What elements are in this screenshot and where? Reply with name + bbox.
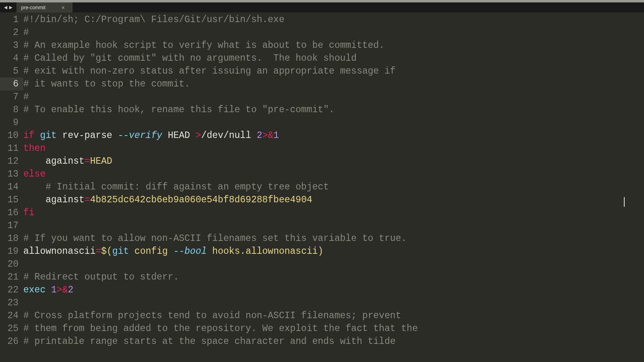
token: git: [40, 130, 56, 141]
text-cursor: [624, 197, 625, 207]
code-line[interactable]: allownonascii=$(git config --bool hooks.…: [23, 245, 644, 258]
token: if: [23, 130, 35, 141]
line-number: 11: [0, 142, 19, 155]
line-number: 20: [0, 258, 19, 271]
token: 4b825dc642cb6eb9a060e54bf8d69288fbee4904: [90, 195, 312, 205]
code-line[interactable]: [23, 219, 644, 232]
token: --verify: [118, 130, 162, 141]
token: # Cross platform projects tend to avoid …: [23, 311, 401, 321]
token: # Redirect output to stderr.: [23, 272, 179, 282]
token: exec: [23, 285, 45, 295]
code-line[interactable]: exec 1>&2: [23, 284, 644, 296]
code-line[interactable]: # printable range starts at the space ch…: [23, 335, 644, 348]
code-line[interactable]: # exit with non-zero status after issuin…: [23, 65, 644, 78]
token: =: [85, 156, 90, 167]
line-number: 12: [0, 155, 19, 168]
code-line[interactable]: # To enable this hook, rename this file …: [23, 103, 644, 116]
line-number: 24: [0, 309, 19, 322]
code-line[interactable]: against=HEAD: [23, 155, 644, 168]
line-number: 18: [0, 232, 19, 245]
nav-back-icon[interactable]: ◄: [4, 4, 7, 11]
line-number: 22: [0, 284, 19, 296]
code-line[interactable]: then: [23, 142, 644, 155]
code-line[interactable]: # them from being added to the repositor…: [23, 322, 644, 335]
code-line[interactable]: [23, 296, 644, 309]
code-line[interactable]: #: [23, 90, 644, 103]
line-number: 6: [0, 78, 23, 90]
gutter: 1234567891011121314151617181920212223242…: [0, 12, 23, 362]
token: >&: [262, 130, 274, 141]
code-line[interactable]: [23, 116, 644, 129]
token: HEAD: [90, 156, 112, 167]
code-line[interactable]: else: [23, 168, 644, 181]
code-line[interactable]: # Initial commit: diff against an empty …: [23, 181, 644, 193]
code-line[interactable]: # Cross platform projects tend to avoid …: [23, 309, 644, 322]
code-area[interactable]: #!/bin/sh; C:/Program\ Files/Git/usr/bin…: [23, 12, 644, 362]
editor[interactable]: 1234567891011121314151617181920212223242…: [0, 12, 644, 362]
token: =: [85, 195, 90, 205]
token: # Called by "git commit" with no argumen…: [23, 53, 357, 64]
line-number: 26: [0, 335, 19, 348]
code-line[interactable]: if git rev-parse --verify HEAD >/dev/nul…: [23, 129, 644, 142]
line-number: 9: [0, 116, 19, 129]
code-line[interactable]: fi: [23, 206, 644, 219]
token: >: [196, 130, 201, 141]
line-number: 2: [0, 26, 19, 39]
token: against: [23, 156, 85, 167]
code-line[interactable]: # Redirect output to stderr.: [23, 271, 644, 284]
line-number: 4: [0, 52, 19, 65]
token: # exit with non-zero status after issuin…: [23, 66, 396, 76]
token: [45, 285, 51, 295]
token: hooks.allownonascii): [207, 246, 324, 257]
token: 1: [51, 285, 57, 295]
line-number: 13: [0, 168, 19, 181]
token: /dev/null: [201, 130, 257, 141]
code-line[interactable]: against=4b825dc642cb6eb9a060e54bf8d69288…: [23, 193, 644, 206]
token: # Initial commit: diff against an empty …: [45, 182, 329, 192]
token: against: [23, 195, 85, 205]
token: #: [23, 92, 29, 102]
token: # them from being added to the repositor…: [23, 323, 418, 334]
tab-pre-commit[interactable]: pre-commit ×: [17, 2, 73, 12]
code-line[interactable]: # If you want to allow non-ASCII filenam…: [23, 232, 644, 245]
token: 2: [68, 285, 73, 295]
line-number: 25: [0, 322, 19, 335]
token: >&: [57, 285, 68, 295]
code-line[interactable]: # it wants to stop the commit.: [23, 78, 644, 90]
line-number: 8: [0, 103, 19, 116]
token: # If you want to allow non-ASCII filenam…: [23, 233, 407, 244]
token: rev-parse: [57, 130, 118, 141]
token: =: [95, 246, 101, 257]
token: git: [112, 246, 129, 257]
line-number: 23: [0, 296, 19, 309]
code-line[interactable]: #!/bin/sh; C:/Program\ Files/Git/usr/bin…: [23, 13, 644, 26]
line-number: 5: [0, 65, 19, 78]
token: $(: [101, 246, 112, 257]
line-number: 21: [0, 271, 19, 284]
close-icon[interactable]: ×: [62, 5, 65, 10]
token: # An example hook script to verify what …: [23, 40, 384, 51]
code-line[interactable]: [23, 258, 644, 271]
code-line[interactable]: # An example hook script to verify what …: [23, 39, 644, 52]
line-number: 10: [0, 129, 19, 142]
line-number: 15: [0, 193, 19, 206]
token: # printable range starts at the space ch…: [23, 336, 396, 347]
code-line[interactable]: # Called by "git commit" with no argumen…: [23, 52, 644, 65]
token: # To enable this hook, rename this file …: [23, 105, 334, 115]
token: [23, 182, 45, 192]
token: HEAD: [162, 130, 196, 141]
line-number: 16: [0, 206, 19, 219]
line-number: 7: [0, 90, 19, 103]
token: 1: [273, 130, 279, 141]
token: else: [23, 169, 45, 179]
token: allownonascii: [23, 246, 95, 257]
token: --bool: [173, 246, 207, 257]
tab-bar: ◄ ► pre-commit ×: [0, 0, 644, 12]
token: fi: [23, 208, 35, 218]
nav-forward-icon[interactable]: ►: [9, 4, 12, 11]
tab-title: pre-commit: [21, 5, 45, 10]
code-line[interactable]: #: [23, 26, 644, 39]
nav-arrows: ◄ ►: [0, 2, 17, 12]
token: then: [23, 143, 45, 154]
token: # it wants to stop the commit.: [23, 79, 190, 89]
